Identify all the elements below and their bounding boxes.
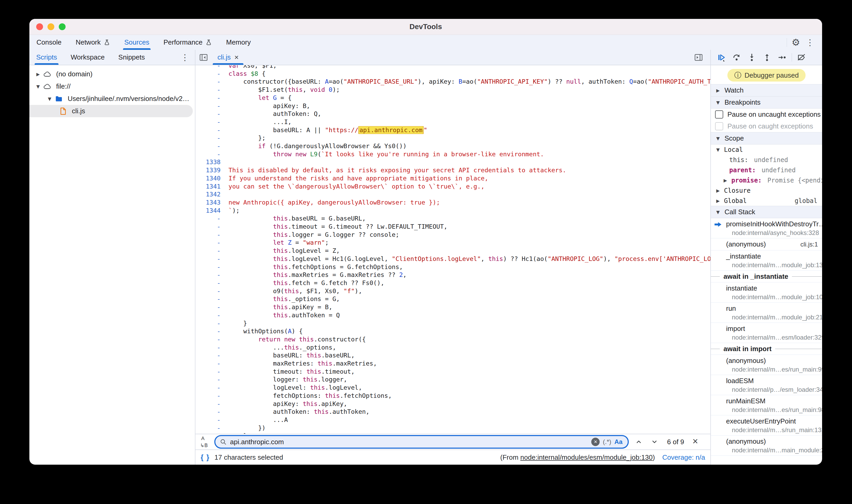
code-line[interactable]: - $F1.set(this, void 0); (195, 86, 710, 94)
code-line[interactable]: - this.apiKey = B, (195, 303, 710, 311)
code-line[interactable]: - } (195, 319, 710, 327)
code-line[interactable]: - this.logLevel = Hc1(G.logLevel, "Clien… (195, 255, 710, 263)
call-stack-frame[interactable]: loadESMnode:internal/p…/esm_loader:34 (711, 375, 822, 395)
call-stack-frame[interactable]: instantiatenode:internal/m…module_job:10… (711, 283, 822, 303)
line-gutter[interactable]: - (195, 255, 229, 263)
line-gutter[interactable]: - (195, 327, 229, 336)
chevron-down-icon[interactable]: ▼ (34, 84, 42, 89)
code-line[interactable]: - throw new L9(`It looks like you're run… (195, 150, 710, 158)
line-gutter[interactable]: - (195, 102, 229, 110)
code-line[interactable]: - this._options = G, (195, 295, 710, 303)
line-gutter[interactable]: - (195, 118, 229, 126)
pause-caught-exceptions-row[interactable]: Pause on caught exceptions (711, 120, 822, 132)
code-line[interactable]: - let G = { (195, 94, 710, 102)
call-stack-frame[interactable]: (anonymous)node:internal/m…main_module:2 (711, 435, 822, 456)
code-line[interactable]: - this.timeout = G.timeout ?? Lw.DEFAULT… (195, 223, 710, 231)
line-gutter[interactable]: - (195, 343, 229, 352)
line-gutter[interactable]: - (195, 134, 229, 142)
code-line[interactable]: - }) (195, 424, 710, 432)
code-line[interactable]: - ...I, (195, 118, 710, 126)
code-line[interactable]: - baseURL: this.baseURL, (195, 352, 710, 360)
chevron-down-icon[interactable]: ▼ (715, 147, 721, 152)
line-gutter[interactable]: - (195, 408, 229, 416)
module-link[interactable]: node:internal/modules/esm/module_job:130 (520, 453, 653, 461)
code-line[interactable]: 1338 (195, 158, 710, 166)
line-gutter[interactable]: - (195, 110, 229, 118)
line-gutter[interactable]: - (195, 432, 229, 434)
checkbox[interactable] (715, 122, 723, 130)
deactivate-breakpoints-icon[interactable] (795, 51, 808, 64)
line-gutter[interactable]: 1344 (195, 206, 229, 215)
code-line[interactable]: - ...A (195, 416, 710, 424)
settings-gear-icon[interactable]: ⚙ (792, 38, 800, 47)
code-line[interactable]: - let Z = "warn"; (195, 239, 710, 247)
section-watch[interactable]: ▶ Watch (711, 84, 822, 96)
previous-match-button[interactable] (633, 436, 644, 448)
step-button[interactable] (776, 51, 789, 64)
line-gutter[interactable]: - (195, 392, 229, 400)
code-line[interactable]: - authToken: Q, (195, 110, 710, 118)
code-line[interactable]: - logger: this.logger, (195, 376, 710, 384)
call-stack-frame[interactable]: (anonymous)cli.js:1 (711, 238, 822, 250)
tab-sources[interactable]: Sources (117, 35, 156, 50)
call-stack-frame[interactable]: importnode:internal/m…esm/loader:329 (711, 323, 822, 343)
line-gutter[interactable]: - (195, 360, 229, 368)
search-input[interactable]: api.anthropic.com × (.*) Aa (214, 435, 629, 449)
line-gutter[interactable]: - (195, 239, 229, 247)
tree-item-folder[interactable]: ▼ Users/jinhuilee/.nvm/versions/node/v2… (29, 93, 195, 105)
navigator-more-icon[interactable]: ⋮ (177, 53, 193, 61)
tab-workspace[interactable]: Workspace (64, 50, 111, 65)
scope-property[interactable]: ▶promise:Promise {<pending>} (711, 175, 822, 185)
code-line[interactable]: 1339This is disabled by default, as it r… (195, 166, 710, 174)
call-stack-frame[interactable]: (anonymous)node:internal/m…es/run_main:9… (711, 355, 822, 375)
section-scope[interactable]: ▼ Scope (711, 132, 822, 144)
code-line[interactable]: - this.logger = G.logger ?? console; (195, 231, 710, 239)
code-line[interactable]: - this.fetchOptions = G.fetchOptions, (195, 263, 710, 271)
line-gutter[interactable]: - (195, 368, 229, 376)
line-gutter[interactable]: - (195, 400, 229, 408)
expand-debugger-icon[interactable] (690, 53, 707, 62)
source-editor[interactable]: -var Xs0, $F1;-class $8 {- constructor({… (195, 65, 710, 434)
line-gutter[interactable]: - (195, 78, 229, 86)
line-gutter[interactable]: - (195, 295, 229, 303)
code-line[interactable]: -var Xs0, $F1; (195, 65, 710, 70)
tree-item-file-protocol[interactable]: ▼ file:// (29, 80, 195, 93)
line-gutter[interactable]: - (195, 231, 229, 239)
line-gutter[interactable]: - (195, 263, 229, 271)
match-case-toggle[interactable]: Aa (614, 438, 623, 446)
code-line[interactable]: - apiKey: B, (195, 102, 710, 110)
code-line[interactable]: 1342 (195, 191, 710, 198)
code-line[interactable]: - return new this.constructor({ (195, 336, 710, 343)
scope-property[interactable]: parent:undefined (711, 165, 822, 175)
pretty-print-icon[interactable]: { } (201, 453, 210, 462)
code-line[interactable]: - this.maxRetries = G.maxRetries ?? 2, (195, 271, 710, 279)
code-line[interactable]: - if (!G.dangerouslyAllowBrowser && Ys0(… (195, 142, 710, 150)
tab-network[interactable]: Network (69, 35, 117, 50)
section-breakpoints[interactable]: ▼ Breakpoints (711, 96, 822, 109)
scope-property[interactable]: this:undefined (711, 155, 822, 165)
line-gutter[interactable]: - (195, 384, 229, 392)
scope-group-local[interactable]: ▼Local (711, 144, 822, 155)
close-tab-icon[interactable]: × (234, 53, 239, 61)
line-gutter[interactable]: - (195, 215, 229, 223)
code-line[interactable]: - this.authToken = Q (195, 311, 710, 319)
code-line[interactable]: 1343new Anthropic({ apiKey, dangerouslyA… (195, 198, 710, 206)
chevron-down-icon[interactable]: ▼ (46, 96, 54, 102)
tab-memory[interactable]: Memory (219, 35, 258, 50)
tree-item-no-domain[interactable]: ▶ (no domain) (29, 68, 195, 80)
line-gutter[interactable]: - (195, 150, 229, 158)
code-line[interactable]: - this.logLevel = Z, (195, 247, 710, 255)
scope-group-closure[interactable]: ▶Closure (711, 185, 822, 196)
line-gutter[interactable]: - (195, 287, 229, 295)
code-line[interactable]: - o9(this, $F1, Xs0, "f"), (195, 287, 710, 295)
code-line[interactable]: - this.baseURL = G.baseURL, (195, 215, 710, 223)
code-line[interactable]: - constructor({baseURL: A=ao("ANTHROPIC_… (195, 78, 710, 86)
step-into-button[interactable] (745, 51, 759, 64)
resume-button[interactable] (714, 51, 728, 64)
call-stack-frame[interactable]: promiseInitHookWithDestroyTr…node:intern… (711, 218, 822, 238)
line-gutter[interactable]: - (195, 65, 229, 70)
code-line[interactable]: - apiKey: this.apiKey, (195, 400, 710, 408)
tab-snippets[interactable]: Snippets (111, 50, 152, 65)
step-out-button[interactable] (760, 51, 774, 64)
line-gutter[interactable]: 1341 (195, 182, 229, 191)
